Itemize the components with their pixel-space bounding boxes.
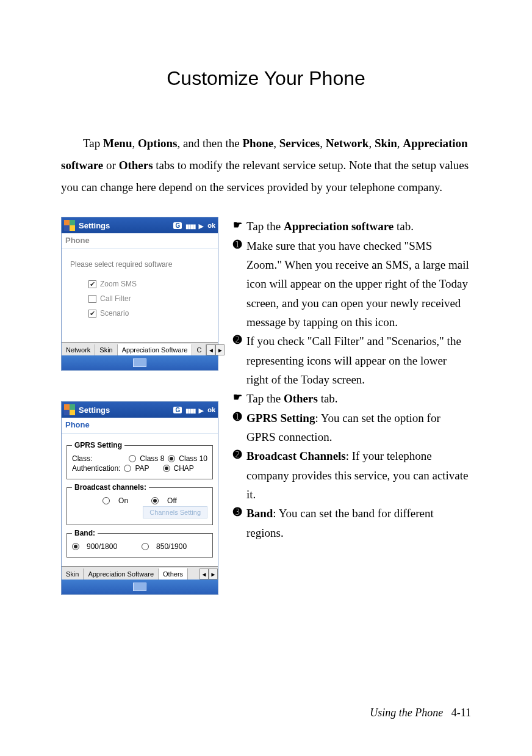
tab-strip: Skin Appreciation Software Others ◄ ► [62,566,218,580]
window-titlebar: Settings G ok [62,217,218,233]
radio-class8[interactable] [129,455,136,462]
radio-label: Class 8 [140,454,164,463]
radio-label: CHAP [174,464,194,473]
checkbox-scenario[interactable]: Scenario [88,309,212,318]
tab-scroll-right-icon[interactable]: ► [215,344,225,355]
screenshot-others: Settings G ok Phone GPRS Setting Class: [61,401,218,595]
page-title: Customize Your Phone [61,67,471,90]
checkbox-zoom-sms[interactable]: Zoom SMS [88,280,212,288]
keyboard-icon[interactable] [133,583,146,591]
auth-label: Authentication: [72,464,120,473]
tab-skin[interactable]: Skin [62,569,84,580]
hand-icon [233,389,246,406]
network-icon[interactable]: G [173,407,182,413]
checkbox-icon[interactable] [88,310,96,318]
window-titlebar: Settings G ok [62,402,218,418]
page-footer: Using the Phone 4-11 [370,707,471,719]
subheader: Phone [62,233,218,249]
gprs-setting-group: GPRS Setting Class: Class 8 Class 10 Aut… [66,441,213,479]
checkbox-label: Zoom SMS [100,280,137,288]
radio-pap[interactable] [124,465,131,472]
ok-button[interactable]: ok [207,222,215,229]
hand-icon [233,217,246,234]
signal-icon[interactable] [185,405,195,415]
checkbox-label: Scenario [100,309,129,318]
sip-bar [62,580,218,594]
subheader: Phone [62,418,218,434]
tab-extra[interactable]: C [192,344,206,355]
keyboard-icon[interactable] [133,358,146,367]
tab-others[interactable]: Others [159,568,188,580]
radio-chap[interactable] [163,465,170,472]
bullet-2-icon: ➋ [233,332,246,349]
tab-strip: Network Skin Appreciation Software C ◄ ► [62,342,218,355]
tab-scroll-right-icon[interactable]: ► [209,569,218,580]
intro-paragraph: Tap Menu, Options, and then the Phone, S… [61,133,471,198]
radio-label: Class 10 [179,454,207,463]
radio-broadcast-off[interactable] [151,497,159,504]
radio-label: Off [167,496,177,505]
tab-skin[interactable]: Skin [95,344,117,355]
radio-label: 850/1900 [156,542,187,551]
checkbox-call-filter[interactable]: Call Filter [88,294,212,303]
start-icon[interactable] [64,220,75,231]
checkbox-icon[interactable] [88,280,96,288]
channels-setting-button: Channels Setting [143,506,207,518]
start-icon[interactable] [64,404,75,415]
radio-band-850-1900[interactable] [142,543,149,550]
window-title: Settings [79,221,173,230]
broadcast-channels-group: Broadcast channels: On Off Channels Sett… [66,483,213,525]
radio-class10[interactable] [168,455,175,462]
bullet-3-icon: ➌ [233,504,246,521]
band-legend: Band: [72,529,98,537]
ok-button[interactable]: ok [207,406,215,413]
radio-label: On [118,496,128,505]
radio-label: PAP [135,464,149,473]
checkbox-label: Call Filter [100,294,131,303]
network-icon[interactable]: G [173,222,182,229]
tab-scroll-left-icon[interactable]: ◄ [200,569,209,580]
class-label: Class: [72,454,92,463]
signal-icon[interactable] [185,221,195,230]
bullet-2-icon: ➋ [233,446,246,463]
sip-bar [62,355,218,370]
broadcast-legend: Broadcast channels: [72,483,149,492]
radio-label: 900/1800 [87,542,117,551]
volume-icon[interactable] [199,405,204,415]
radio-broadcast-on[interactable] [102,497,110,504]
instructions-column: Tap the Appreciation software tab. ➊Make… [233,217,471,625]
prompt-text: Please select required software [70,260,212,269]
window-title: Settings [79,405,173,415]
screenshot-appreciation-software: Settings G ok Phone Please select requir… [61,217,218,371]
bullet-1-icon: ➊ [233,236,246,253]
tab-appreciation-software[interactable]: Appreciation Software [84,569,159,580]
checkbox-icon[interactable] [88,295,96,303]
volume-icon[interactable] [199,221,204,230]
tab-appreciation-software[interactable]: Appreciation Software [118,344,193,355]
band-group: Band: 900/1800 850/1900 [66,529,213,558]
bullet-1-icon: ➊ [233,409,246,426]
tab-scroll-left-icon[interactable]: ◄ [206,344,215,355]
gprs-legend: GPRS Setting [72,441,124,449]
tab-network[interactable]: Network [62,344,95,355]
radio-band-900-1800[interactable] [72,543,79,550]
